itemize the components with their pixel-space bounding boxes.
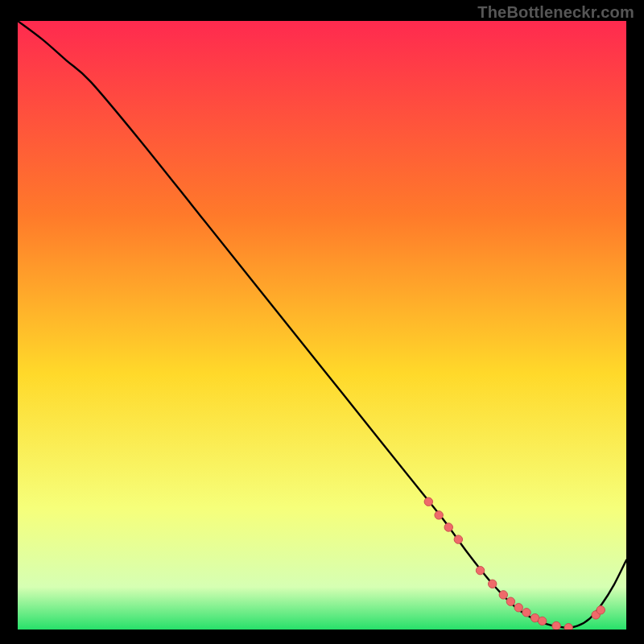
marker-point: [435, 511, 443, 519]
marker-point: [597, 606, 605, 614]
gradient-background: [18, 21, 626, 630]
marker-point: [488, 580, 496, 588]
marker-point: [564, 624, 572, 630]
marker-point: [454, 535, 462, 543]
marker-point: [538, 617, 546, 625]
marker-point: [514, 604, 522, 612]
marker-point: [506, 597, 514, 605]
chart-svg: [18, 21, 626, 630]
marker-point: [499, 591, 507, 599]
chart-stage: TheBottleneckr.com: [0, 0, 644, 644]
marker-point: [444, 523, 452, 531]
marker-point: [522, 609, 530, 617]
marker-point: [424, 497, 432, 506]
plot-area: [18, 21, 626, 630]
marker-point: [476, 566, 484, 574]
marker-point: [552, 621, 560, 630]
watermark-text: TheBottleneckr.com: [477, 3, 634, 22]
